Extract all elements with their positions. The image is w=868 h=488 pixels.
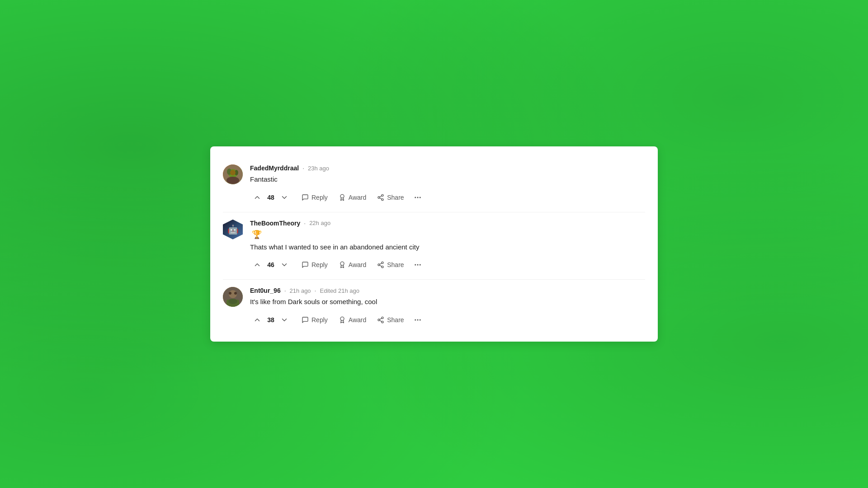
vote-group: 46	[250, 258, 292, 272]
action-bar: 38 Reply	[250, 313, 645, 327]
comment-header: FadedMyrddraal · 23h ago	[250, 164, 645, 172]
comment-text: Thats what I wanted to see in an abandon…	[250, 242, 645, 253]
svg-point-36	[415, 319, 416, 320]
action-bar: 46 Reply	[250, 258, 645, 272]
award-label: Award	[349, 316, 366, 324]
comment-username: TheBoomTheory	[250, 220, 300, 227]
svg-point-21	[415, 264, 416, 266]
comment-body: TheBoomTheory · 22h ago 🏆 Thats what I w…	[250, 220, 645, 272]
downvote-button[interactable]	[277, 258, 292, 272]
svg-point-12	[415, 197, 416, 198]
svg-line-34	[380, 320, 382, 322]
svg-point-14	[419, 197, 420, 198]
svg-point-28	[234, 292, 237, 295]
award-button[interactable]: Award	[334, 191, 371, 204]
avatar	[223, 287, 243, 307]
reply-button[interactable]: Reply	[297, 314, 332, 326]
svg-line-11	[380, 196, 382, 197]
share-label: Share	[387, 316, 404, 324]
svg-line-35	[380, 318, 382, 319]
svg-point-13	[417, 197, 418, 198]
award-label: Award	[349, 261, 366, 268]
svg-line-19	[380, 265, 382, 267]
edited-label: Edited 21h ago	[320, 287, 359, 294]
downvote-button[interactable]	[277, 313, 292, 327]
comment-username: FadedMyrddraal	[250, 164, 299, 172]
svg-point-4	[230, 170, 236, 175]
comment-awards: 🏆	[250, 230, 645, 239]
downvote-button[interactable]	[277, 190, 292, 205]
upvote-button[interactable]	[250, 190, 264, 205]
vote-group: 38	[250, 313, 292, 327]
svg-line-20	[380, 263, 382, 265]
avatar-container: 🤖	[223, 220, 243, 239]
upvote-button[interactable]	[250, 258, 264, 272]
award-label: Award	[349, 194, 366, 201]
award-button[interactable]: Award	[334, 258, 371, 271]
upvote-button[interactable]	[250, 313, 264, 327]
more-options-button[interactable]	[410, 190, 425, 205]
comment-username: Ent0ur_96	[250, 287, 281, 294]
reply-label: Reply	[311, 316, 328, 324]
action-bar: 48 Reply	[250, 190, 645, 205]
reply-button[interactable]: Reply	[297, 191, 332, 204]
comment-text: Fantastic	[250, 174, 645, 185]
avatar-badge: 🤖	[227, 224, 239, 235]
svg-point-27	[229, 292, 231, 295]
comment-item: FadedMyrddraal · 23h ago Fantastic 48	[223, 157, 645, 212]
svg-point-23	[419, 264, 420, 266]
comment-item: 🤖 TheBoomTheory · 22h ago 🏆 Thats what I…	[223, 212, 645, 280]
share-button[interactable]: Share	[373, 314, 408, 326]
svg-point-22	[417, 264, 418, 266]
vote-count: 38	[265, 316, 276, 324]
vote-group: 48	[250, 190, 292, 205]
reply-label: Reply	[311, 261, 328, 268]
svg-point-37	[417, 319, 418, 320]
more-options-button[interactable]	[410, 313, 425, 327]
comments-panel: FadedMyrddraal · 23h ago Fantastic 48	[210, 146, 658, 342]
reply-button[interactable]: Reply	[297, 258, 332, 271]
vote-count: 48	[265, 194, 276, 201]
share-label: Share	[387, 261, 404, 268]
comment-header: TheBoomTheory · 22h ago	[250, 220, 645, 227]
more-options-button[interactable]	[410, 258, 425, 272]
share-button[interactable]: Share	[373, 191, 408, 204]
award-button[interactable]: Award	[334, 314, 371, 326]
vote-count: 46	[265, 261, 276, 268]
svg-point-5	[226, 177, 239, 184]
comment-text: It's like from Dark souls or something, …	[250, 297, 645, 307]
comment-header: Ent0ur_96 · 21h ago · Edited 21h ago	[250, 287, 645, 294]
comment-timestamp: 23h ago	[308, 165, 329, 172]
comment-timestamp: 22h ago	[309, 220, 330, 226]
svg-point-38	[419, 319, 420, 320]
svg-line-10	[380, 198, 382, 199]
reply-label: Reply	[311, 194, 328, 201]
avatar	[223, 164, 243, 184]
comment-body: Ent0ur_96 · 21h ago · Edited 21h ago It'…	[250, 287, 645, 327]
share-label: Share	[387, 194, 404, 201]
comment-item: Ent0ur_96 · 21h ago · Edited 21h ago It'…	[223, 280, 645, 331]
comment-timestamp: 21h ago	[290, 287, 311, 294]
award-badge: 🏆	[252, 230, 262, 239]
svg-point-29	[228, 299, 237, 304]
share-button[interactable]: Share	[373, 258, 408, 271]
comment-body: FadedMyrddraal · 23h ago Fantastic 48	[250, 164, 645, 205]
